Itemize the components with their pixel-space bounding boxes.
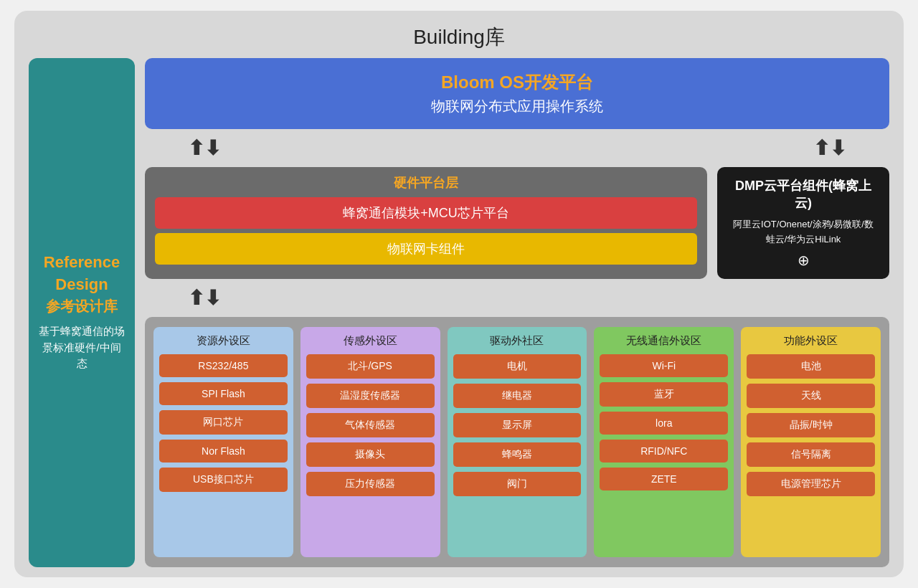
peripheral-item-2-0[interactable]: 电机 bbox=[453, 354, 582, 379]
peripheral-item-4-1[interactable]: 天线 bbox=[747, 384, 875, 408]
peripheral-item-4-3[interactable]: 信号隔离 bbox=[747, 442, 875, 467]
peripheral-item-2-1[interactable]: 继电器 bbox=[453, 384, 582, 408]
peripheral-item-4-2[interactable]: 晶振/时钟 bbox=[747, 413, 875, 437]
peripheral-item-0-0[interactable]: RS232/485 bbox=[159, 354, 288, 377]
peripheral-item-3-0[interactable]: Wi-Fi bbox=[600, 354, 728, 377]
peripheral-item-1-3[interactable]: 摄像头 bbox=[306, 442, 435, 467]
os-platform: Bloom OS开发平台 物联网分布式应用操作系统 bbox=[145, 58, 889, 129]
arrow-row-2: ⬆⬇ bbox=[145, 286, 889, 310]
peripheral-item-2-2[interactable]: 显示屏 bbox=[453, 413, 582, 437]
peripheral-col-4: 功能外设区电池天线晶振/时钟信号隔离电源管理芯片 bbox=[741, 327, 881, 557]
sidebar-title-en-line2: Design bbox=[55, 275, 108, 294]
peripheral-item-0-4[interactable]: USB接口芯片 bbox=[159, 468, 288, 492]
peripheral-item-3-3[interactable]: RFID/NFC bbox=[600, 440, 728, 463]
peripherals-section: 资源外设区RS232/485SPI Flash网口芯片Nor FlashUSB接… bbox=[145, 317, 889, 567]
peripheral-item-1-1[interactable]: 温湿度传感器 bbox=[306, 384, 435, 408]
col-title-2: 驱动外社区 bbox=[453, 334, 582, 348]
dmp-cloud: DMP云平台组件(蜂窝上云) 阿里云IOT/Onenet/涂鸦/易微联/数蛙云/… bbox=[717, 167, 889, 279]
col-title-4: 功能外设区 bbox=[747, 334, 875, 348]
peripheral-col-3: 无线通信外设区Wi-Fi蓝牙loraRFID/NFCZETE bbox=[594, 327, 734, 557]
sidebar-title-cn: 参考设计库 bbox=[46, 297, 118, 316]
peripheral-item-0-2[interactable]: 网口芯片 bbox=[159, 410, 288, 435]
left-sidebar: Reference Design 参考设计库 基于蜂窝通信的场景标准硬件/中间态 bbox=[29, 58, 135, 567]
peripheral-col-0: 资源外设区RS232/485SPI Flash网口芯片Nor FlashUSB接… bbox=[153, 327, 293, 557]
peripheral-item-1-4[interactable]: 压力传感器 bbox=[306, 472, 435, 496]
col-title-0: 资源外设区 bbox=[159, 334, 288, 348]
peripheral-item-0-3[interactable]: Nor Flash bbox=[159, 440, 288, 463]
arrow-row-1: ⬆⬇ ⬆⬇ bbox=[145, 136, 889, 160]
peripheral-item-3-1[interactable]: 蓝牙 bbox=[600, 382, 728, 407]
right-main: Bloom OS开发平台 物联网分布式应用操作系统 ⬆⬇ ⬆⬇ 硬件平台层 蜂窝… bbox=[145, 58, 889, 567]
main-container: Building库 Reference Design 参考设计库 基于蜂窝通信的… bbox=[14, 11, 904, 577]
main-layout: Reference Design 参考设计库 基于蜂窝通信的场景标准硬件/中间态… bbox=[29, 58, 889, 567]
building-title: Building库 bbox=[29, 24, 889, 51]
middle-section: 硬件平台层 蜂窝通信模块+MCU芯片平台 物联网卡组件 DMP云平台组件(蜂窝上… bbox=[145, 167, 889, 279]
peripherals-grid: 资源外设区RS232/485SPI Flash网口芯片Nor FlashUSB接… bbox=[153, 327, 881, 557]
peripheral-item-0-1[interactable]: SPI Flash bbox=[159, 382, 288, 405]
hardware-platform: 硬件平台层 蜂窝通信模块+MCU芯片平台 物联网卡组件 bbox=[145, 167, 707, 279]
peripheral-col-2: 驱动外社区电机继电器显示屏蜂鸣器阀门 bbox=[448, 327, 587, 557]
peripheral-item-4-0[interactable]: 电池 bbox=[747, 354, 875, 379]
peripheral-item-1-0[interactable]: 北斗/GPS bbox=[306, 354, 435, 379]
peripheral-item-2-3[interactable]: 蜂鸣器 bbox=[453, 442, 582, 467]
sidebar-desc: 基于蜂窝通信的场景标准硬件/中间态 bbox=[39, 323, 125, 372]
col-title-1: 传感外设区 bbox=[306, 334, 435, 348]
arrow-down-left: ⬆⬇ bbox=[188, 136, 221, 160]
col-title-3: 无线通信外设区 bbox=[600, 334, 728, 348]
sidebar-title-en-line1: Reference bbox=[44, 253, 120, 272]
hw-layer-red: 蜂窝通信模块+MCU芯片平台 bbox=[155, 197, 697, 229]
peripheral-col-1: 传感外设区北斗/GPS温湿度传感器气体传感器摄像头压力传感器 bbox=[301, 327, 440, 557]
os-platform-title: Bloom OS开发平台 bbox=[159, 71, 875, 94]
peripheral-item-4-4[interactable]: 电源管理芯片 bbox=[747, 472, 875, 496]
hw-layer-yellow: 物联网卡组件 bbox=[155, 233, 697, 265]
peripheral-item-3-2[interactable]: lora bbox=[600, 412, 728, 435]
hardware-platform-title: 硬件平台层 bbox=[155, 174, 697, 191]
peripheral-item-1-2[interactable]: 气体传感器 bbox=[306, 413, 435, 437]
dmp-desc: 阿里云IOT/Onenet/涂鸦/易微联/数蛙云/华为云HiLink bbox=[729, 217, 878, 247]
dmp-plus: ⊕ bbox=[798, 252, 810, 269]
dmp-title: DMP云平台组件(蜂窝上云) bbox=[729, 177, 878, 212]
peripheral-item-3-4[interactable]: ZETE bbox=[600, 468, 728, 490]
arrow-down-center: ⬆⬇ bbox=[188, 286, 221, 310]
os-platform-subtitle: 物联网分布式应用操作系统 bbox=[159, 97, 875, 116]
arrow-down-right: ⬆⬇ bbox=[813, 136, 846, 160]
peripheral-item-2-4[interactable]: 阀门 bbox=[453, 472, 582, 496]
